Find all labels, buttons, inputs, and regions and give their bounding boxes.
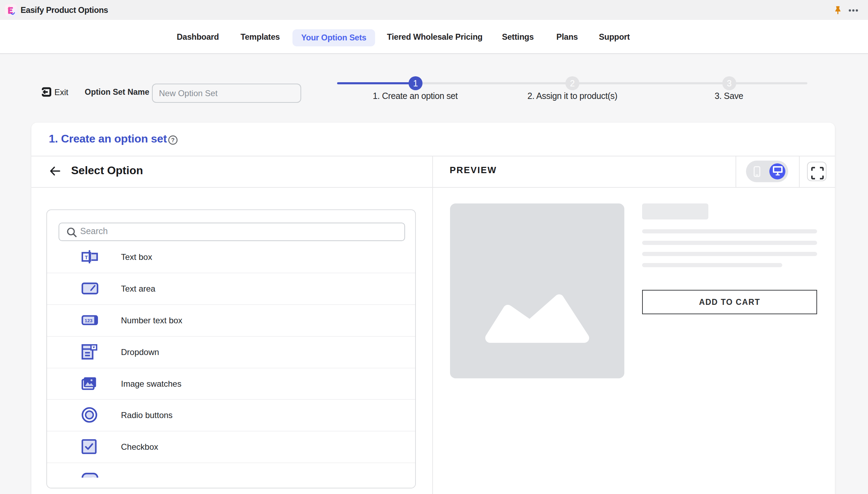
svg-text:T: T [85,254,88,260]
svg-text:?: ? [171,137,175,143]
svg-text:123: 123 [85,318,93,323]
